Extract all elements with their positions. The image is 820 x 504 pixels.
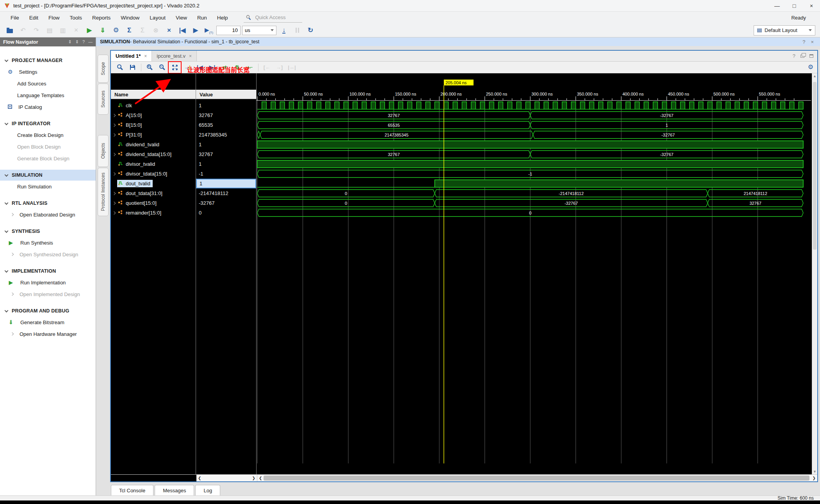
console-tab-messages[interactable]: Messages xyxy=(155,485,194,495)
signal-row-a-15-0[interactable]: A[15:0] xyxy=(111,110,196,120)
expand-icon[interactable] xyxy=(112,201,116,204)
zoom-in-icon[interactable]: + xyxy=(144,63,155,72)
menu-help[interactable]: Help xyxy=(212,13,233,22)
step-icon[interactable]: ↓ xyxy=(278,25,290,36)
signal-row-dout-tvalid[interactable]: dout_tvalid xyxy=(111,179,196,188)
flow-item-open-hardware-manager[interactable]: Open Hardware Manager xyxy=(0,328,96,340)
flow-section-simulation[interactable]: SIMULATION xyxy=(0,170,96,181)
signal-row-p-31-0[interactable]: P[31:0] xyxy=(111,130,196,140)
float-window-icon[interactable] xyxy=(800,55,804,58)
scroll-right-icon[interactable]: ❯ xyxy=(252,476,255,480)
run-flow-icon[interactable]: ▶ xyxy=(84,25,95,36)
flow-item-run-implementation[interactable]: ▶Run Implementation xyxy=(0,277,96,288)
flow-item-add-sources[interactable]: Add Sources xyxy=(0,78,96,89)
maximize-panel-icon[interactable] xyxy=(809,54,813,58)
save-icon[interactable] xyxy=(127,63,138,72)
zoom-fit-icon[interactable] xyxy=(169,63,180,72)
flow-item-ip-catalog[interactable]: IP Catalog xyxy=(0,101,96,113)
help-icon[interactable]: ? xyxy=(802,39,805,45)
minimize-button[interactable]: — xyxy=(768,0,786,12)
signal-value-remainder-15-0[interactable]: 0 xyxy=(196,208,256,218)
settings-gear-icon[interactable]: ⚙ xyxy=(110,25,122,36)
flow-item-create-block-design[interactable]: Create Block Design xyxy=(0,129,96,141)
scroll-left-icon[interactable]: ❮ xyxy=(198,476,201,480)
menu-reports[interactable]: Reports xyxy=(87,13,116,22)
expand-all-icon[interactable]: ⇕ xyxy=(75,39,79,44)
flow-section-project-manager[interactable]: PROJECT MANAGER xyxy=(0,55,96,66)
flow-item-run-synthesis[interactable]: ▶Run Synthesis xyxy=(0,237,96,248)
quick-access-search[interactable]: Quick Access xyxy=(244,13,302,23)
menu-run[interactable]: Run xyxy=(192,13,212,22)
tab-ipcore-test-v[interactable]: ipcore_test.v × xyxy=(152,51,197,61)
signal-value-p-31-0[interactable]: 2147385345 xyxy=(196,130,256,140)
menu-view[interactable]: View xyxy=(171,13,192,22)
search-icon[interactable] xyxy=(115,63,125,72)
side-tab-scope[interactable]: Scope xyxy=(98,55,109,83)
flow-section-rtl-analysis[interactable]: RTL ANALYSIS xyxy=(0,198,96,209)
scroll-left-icon[interactable]: ❮ xyxy=(259,476,262,480)
layout-selector[interactable]: Default Layout xyxy=(754,25,815,35)
value-column-scrollbar[interactable]: ❮ ❯ xyxy=(196,475,257,481)
menu-tools[interactable]: Tools xyxy=(65,13,87,22)
expand-icon[interactable] xyxy=(112,153,116,156)
side-tab-protocol-instances[interactable]: Protocol Instances xyxy=(98,168,109,216)
menu-file[interactable]: File xyxy=(5,13,24,22)
close-tab-icon[interactable]: × xyxy=(144,53,147,59)
signal-value-b-15-0[interactable]: 65535 xyxy=(196,120,256,130)
minimize-panel-icon[interactable]: — xyxy=(88,39,93,44)
restart-sim-icon[interactable]: |◀ xyxy=(176,25,188,36)
expand-icon[interactable] xyxy=(112,172,116,175)
side-tab-sources[interactable]: Sources xyxy=(98,83,109,115)
signal-row-divisor-tdata-15-0[interactable]: divisor_tdata[15:0] xyxy=(111,169,196,179)
waveform-plot-area[interactable]: 0.000 ns50.000 ns100.000 ns150.000 ns200… xyxy=(257,73,812,474)
flow-item-open-elaborated-design[interactable]: Open Elaborated Design xyxy=(0,209,96,220)
menu-edit[interactable]: Edit xyxy=(24,13,43,22)
flow-item-settings[interactable]: ⚙Settings xyxy=(0,66,96,78)
side-tab-objects[interactable]: Objects xyxy=(98,135,109,167)
signal-row-dividend-tdata-15-0[interactable]: dividend_tdata[15:0] xyxy=(111,149,196,159)
scroll-up-icon[interactable]: ▲ xyxy=(812,73,817,79)
time-unit-select[interactable]: us xyxy=(242,26,276,35)
vertical-scrollbar-thumb[interactable] xyxy=(813,82,816,250)
maximize-button[interactable]: □ xyxy=(786,0,803,12)
scroll-right-icon[interactable]: ❯ xyxy=(813,476,816,480)
signal-row-remainder-15-0[interactable]: remainder[15:0] xyxy=(111,208,196,218)
signal-row-dividend-tvalid[interactable]: dividend_tvalid xyxy=(111,140,196,149)
signal-value-dout-tvalid[interactable]: 1 xyxy=(196,179,256,188)
wave-settings-gear-icon[interactable]: ⚙ xyxy=(808,63,813,71)
signal-row-dout-tdata-31-0[interactable]: dout_tdata[31:0] xyxy=(111,188,196,198)
menu-window[interactable]: Window xyxy=(116,13,144,22)
open-project-icon[interactable] xyxy=(4,25,16,36)
help-icon[interactable]: ? xyxy=(793,53,795,59)
signal-value-dividend-tdata-15-0[interactable]: 32767 xyxy=(196,149,256,159)
relaunch-icon[interactable]: × xyxy=(163,25,175,36)
run-time-input[interactable] xyxy=(216,26,241,35)
flow-section-ip-integrator[interactable]: IP INTEGRATOR xyxy=(0,118,96,129)
menu-flow[interactable]: Flow xyxy=(43,13,65,22)
signal-value-quotient-15-0[interactable]: -32767 xyxy=(196,198,256,208)
expand-icon[interactable] xyxy=(112,211,116,214)
collapse-all-icon[interactable]: ⇕ xyxy=(68,39,71,44)
menu-layout[interactable]: Layout xyxy=(144,13,171,22)
scroll-down-icon[interactable]: ▼ xyxy=(812,469,817,474)
close-button[interactable]: × xyxy=(803,0,820,12)
flow-section-program-and-debug[interactable]: PROGRAM AND DEBUG xyxy=(0,305,96,316)
close-tab-icon[interactable]: × xyxy=(189,53,192,59)
generate-bitstream-icon[interactable]: ⇓ xyxy=(97,25,109,36)
flow-item-language-templates[interactable]: Language Templates xyxy=(0,89,96,101)
close-panel-icon[interactable]: × xyxy=(811,39,814,45)
vertical-scrollbar[interactable]: ▲ ▼ xyxy=(812,73,817,474)
expand-icon[interactable] xyxy=(112,114,116,117)
expand-icon[interactable] xyxy=(112,192,116,195)
signal-row-quotient-15-0[interactable]: quotient[15:0] xyxy=(111,198,196,208)
tab-untitled-1[interactable]: Untitled 1* × xyxy=(111,51,152,61)
signal-row-divisor-tvalid[interactable]: divisor_tvalid xyxy=(111,159,196,169)
report-sigma-icon[interactable]: Σ xyxy=(123,25,135,36)
expand-icon[interactable] xyxy=(112,123,116,126)
signal-value-a-15-0[interactable]: 32767 xyxy=(196,110,256,120)
signal-value-clk[interactable]: 1 xyxy=(196,101,256,110)
flow-item-generate-bitstream[interactable]: ⇓Generate Bitstream xyxy=(0,316,96,328)
zoom-out-icon[interactable]: − xyxy=(157,63,168,72)
signal-value-divisor-tdata-15-0[interactable]: -1 xyxy=(196,169,256,179)
waveform-scrollbar-thumb[interactable] xyxy=(264,476,809,481)
